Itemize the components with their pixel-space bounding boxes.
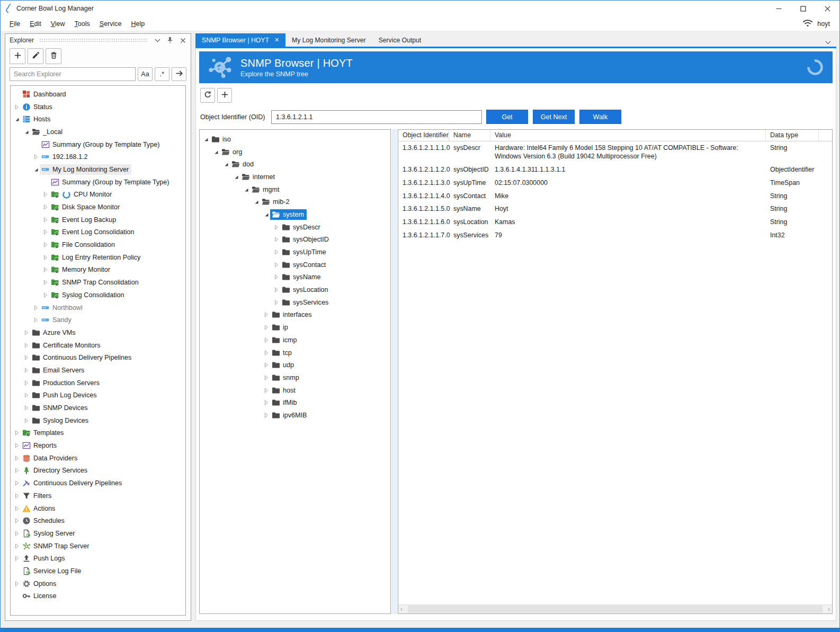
column-header-object-identifier[interactable]: Object Identifier — [398, 130, 449, 141]
expander-collapsed-icon[interactable] — [41, 229, 49, 235]
tree-item-production-servers[interactable]: Production Servers — [11, 377, 185, 389]
expander-collapsed-icon[interactable] — [41, 204, 49, 210]
expander-collapsed-icon[interactable] — [262, 337, 270, 343]
tree-item-sysuptime[interactable]: sysUpTime — [200, 246, 390, 259]
add-node-button[interactable] — [217, 88, 232, 103]
tree-item-snmp-trap-server[interactable]: SNMP Trap Server — [11, 540, 185, 553]
expander-collapsed-icon[interactable] — [262, 325, 270, 330]
tab-my-log-monitoring-server[interactable]: My Log Monitoring Server — [285, 33, 372, 47]
search-go-button[interactable] — [172, 67, 186, 81]
scroll-right-icon[interactable]: › — [828, 606, 830, 613]
expander-expanded-icon[interactable] — [202, 137, 210, 142]
expander-collapsed-icon[interactable] — [22, 393, 30, 398]
tree-item-snmp[interactable]: snmp — [200, 371, 390, 384]
expander-collapsed-icon[interactable] — [272, 287, 280, 292]
edit-button[interactable] — [28, 48, 43, 64]
expander-expanded-icon[interactable] — [13, 117, 21, 122]
expander-collapsed-icon[interactable] — [41, 192, 49, 197]
tree-item-file-consolidation[interactable]: File Consolidation — [11, 238, 185, 251]
expander-collapsed-icon[interactable] — [22, 380, 30, 386]
expander-collapsed-icon[interactable] — [13, 544, 21, 549]
menu-tools[interactable]: Tools — [70, 18, 95, 30]
panel-menu-chevron-icon[interactable] — [153, 35, 162, 45]
tree-item-push-logs[interactable]: Push Logs — [11, 552, 185, 565]
expander-collapsed-icon[interactable] — [13, 443, 21, 448]
scroll-left-icon[interactable]: ‹ — [400, 606, 403, 613]
tree-item-syslog-devices[interactable]: Syslog Devices — [11, 414, 185, 427]
expander-collapsed-icon[interactable] — [262, 400, 270, 405]
minimize-button[interactable] — [766, 1, 791, 16]
tree-item-azure-vms[interactable]: Azure VMs — [11, 326, 185, 339]
tree-item-syslog-consolidation[interactable]: Syslog Consolidation — [11, 289, 185, 301]
expander-collapsed-icon[interactable] — [22, 330, 30, 335]
tree-item-udp[interactable]: udp — [200, 359, 390, 371]
expander-collapsed-icon[interactable] — [272, 237, 280, 242]
pin-icon[interactable] — [165, 35, 175, 45]
tree-item-syslog-server[interactable]: Syslog Server — [11, 527, 185, 540]
tab-snmp-browser[interactable]: SNMP Browser | HOYT ✕ — [195, 33, 285, 47]
tree-item-ipv6mib[interactable]: ipv6MIB — [200, 409, 390, 422]
tree-item-my-log-monitoring-server[interactable]: My Log Monitoring Server — [11, 163, 185, 176]
tree-item-continuous-delivery-pipelines[interactable]: Continuous Delivery Pipelines — [11, 351, 185, 364]
tree-item-status[interactable]: Status — [11, 101, 185, 113]
tree-item-hosts[interactable]: Hosts — [11, 113, 185, 126]
expander-collapsed-icon[interactable] — [22, 343, 30, 348]
expander-collapsed-icon[interactable] — [13, 493, 21, 499]
expander-collapsed-icon[interactable] — [41, 217, 49, 222]
column-header-value[interactable]: Value — [490, 130, 766, 141]
tree-item-northbowl[interactable]: Northbowl — [11, 301, 185, 314]
table-row-syscontact[interactable]: 1.3.6.1.2.1.1.4.0sysContactMikeString — [398, 190, 832, 203]
tree-item-snmp-devices[interactable]: SNMP Devices — [11, 402, 185, 414]
tree-item-sysname[interactable]: sysName — [200, 271, 390, 284]
scrollbar-thumb[interactable] — [408, 606, 823, 613]
tree-item-ip[interactable]: ip — [200, 321, 390, 334]
expander-collapsed-icon[interactable] — [41, 267, 49, 272]
menu-service[interactable]: Service — [95, 18, 127, 30]
get-button[interactable]: Get — [486, 110, 528, 124]
expander-collapsed-icon[interactable] — [262, 312, 270, 317]
delete-button[interactable] — [46, 48, 61, 64]
oid-input[interactable] — [271, 110, 482, 124]
expander-expanded-icon[interactable] — [232, 174, 240, 180]
expander-expanded-icon[interactable] — [262, 212, 270, 217]
tree-item-data-providers[interactable]: Data Providers — [11, 452, 185, 465]
tree-item-filters[interactable]: Filters — [11, 489, 185, 502]
tree-item-reports[interactable]: Reports — [11, 439, 185, 452]
refresh-button[interactable] — [200, 88, 215, 103]
expander-expanded-icon[interactable] — [222, 162, 230, 167]
expander-collapsed-icon[interactable] — [262, 388, 270, 393]
expander-collapsed-icon[interactable] — [13, 456, 21, 461]
tree-item-directory-services[interactable]: Directory Services — [11, 465, 185, 477]
menu-view[interactable]: View — [46, 18, 70, 30]
maximize-button[interactable] — [791, 1, 815, 16]
tree-item-sandy[interactable]: Sandy — [11, 314, 185, 326]
tree-item-license[interactable]: License — [11, 590, 185, 603]
expander-collapsed-icon[interactable] — [272, 274, 280, 280]
search-input[interactable] — [10, 67, 136, 81]
tree-item-system[interactable]: system — [200, 208, 390, 221]
expander-collapsed-icon[interactable] — [32, 305, 40, 310]
tab-list-chevron-icon[interactable] — [825, 37, 831, 47]
expander-collapsed-icon[interactable] — [262, 362, 270, 368]
tree-item-internet[interactable]: internet — [200, 171, 390, 183]
tree-item-schedules[interactable]: Schedules — [11, 514, 185, 527]
expander-collapsed-icon[interactable] — [262, 413, 270, 418]
tree-item-email-servers[interactable]: Email Servers — [11, 364, 185, 377]
expander-collapsed-icon[interactable] — [13, 518, 21, 523]
expander-collapsed-icon[interactable] — [22, 355, 30, 360]
tree-item-summary-group-by-template-type[interactable]: Summary (Group by Template Type) — [11, 138, 185, 151]
get-next-button[interactable]: Get Next — [533, 110, 575, 124]
expander-expanded-icon[interactable] — [252, 199, 260, 204]
tree-item-iso[interactable]: iso — [200, 133, 390, 146]
table-row-sysuptime[interactable]: 1.3.6.1.2.1.1.3.0sysUpTime02:15:07.03000… — [398, 176, 832, 190]
tree-item-memory-monitor[interactable]: Memory Monitor — [11, 264, 185, 277]
table-row-sysname[interactable]: 1.3.6.1.2.1.1.5.0sysNameHoytString — [398, 202, 832, 216]
tree-item-options[interactable]: Options — [11, 577, 185, 590]
expander-collapsed-icon[interactable] — [13, 581, 21, 586]
tree-item-continuous-delivery-pipelines[interactable]: Continuous Delivery Pipelines — [11, 477, 185, 489]
expander-collapsed-icon[interactable] — [41, 242, 49, 247]
expander-collapsed-icon[interactable] — [272, 262, 280, 268]
expander-collapsed-icon[interactable] — [41, 255, 49, 260]
tree-item-syscontact[interactable]: sysContact — [200, 259, 390, 271]
expander-collapsed-icon[interactable] — [13, 480, 21, 486]
